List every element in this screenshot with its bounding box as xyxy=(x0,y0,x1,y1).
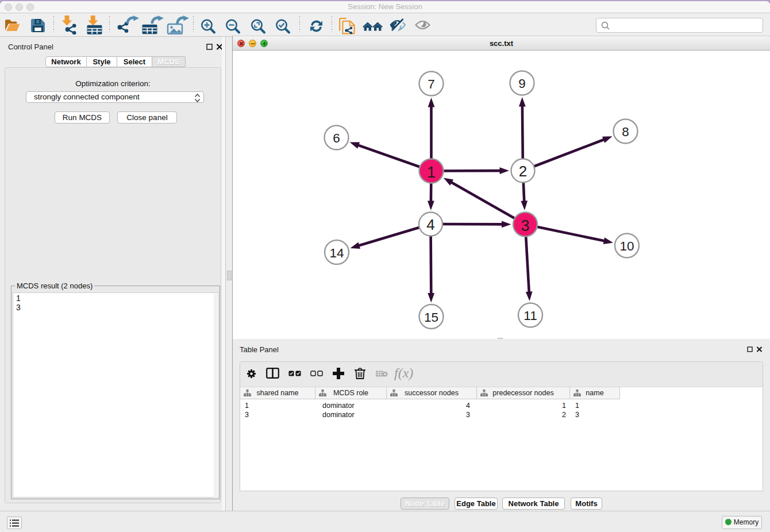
svg-text:4: 4 xyxy=(426,216,434,233)
svg-text:3: 3 xyxy=(521,217,529,234)
svg-text:15: 15 xyxy=(424,310,438,325)
svg-text:6: 6 xyxy=(333,131,340,145)
svg-text:11: 11 xyxy=(523,309,537,323)
svg-text:7: 7 xyxy=(428,77,435,91)
svg-text:1: 1 xyxy=(427,164,436,181)
svg-text:14: 14 xyxy=(329,246,344,260)
svg-text:9: 9 xyxy=(518,76,526,91)
svg-text:10: 10 xyxy=(619,239,634,253)
svg-text:8: 8 xyxy=(622,125,629,139)
svg-text:2: 2 xyxy=(519,163,527,180)
